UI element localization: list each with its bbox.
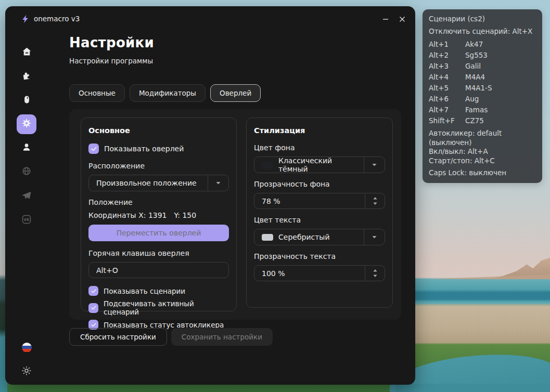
scenario-row: Alt+5 M4A1-S xyxy=(429,83,536,94)
chevron-down-icon[interactable] xyxy=(208,175,228,191)
sidebar-item-language[interactable] xyxy=(17,162,36,182)
location-label: Положение xyxy=(88,198,229,206)
overlay-settings-panel: Основное Показывать оверлей Расположение… xyxy=(69,109,401,320)
bg-opacity-label: Прозрачность фона xyxy=(254,180,385,188)
bg-opacity-spinner[interactable]: 78 % xyxy=(254,193,385,209)
position-select-value: Произвольное положение xyxy=(89,179,208,187)
theme-toggle-button[interactable] xyxy=(17,362,36,382)
bg-opacity-value: 78 % xyxy=(254,197,365,205)
minimize-button[interactable] xyxy=(380,14,391,25)
bg-color-value: Классический тёмный xyxy=(278,156,364,173)
text-color-value: Серебристый xyxy=(278,233,330,241)
checkbox-checked-icon[interactable] xyxy=(88,143,99,154)
text-color-select[interactable]: Серебристый xyxy=(254,229,385,245)
sidebar-item-telegram[interactable] xyxy=(17,187,36,206)
text-opacity-label: Прозрачность текста xyxy=(254,252,385,260)
save-settings-button[interactable]: Сохранить настройки xyxy=(171,328,273,346)
highlight-active-checkbox-row[interactable]: Подсвечивать активный сценарий xyxy=(88,299,229,316)
game-overlay-panel: Сценарии (cs2) Отключить сценарий: Alt+X… xyxy=(423,9,542,183)
sidebar-item-settings[interactable] xyxy=(17,114,36,134)
tab-modifiers[interactable]: Модификаторы xyxy=(130,84,206,102)
chevron-down-icon[interactable] xyxy=(364,229,385,245)
styling-card-title: Стилизация xyxy=(254,126,385,135)
spinner-down-icon[interactable] xyxy=(373,202,377,205)
scenario-name: M4A4 xyxy=(465,72,485,83)
reset-settings-button[interactable]: Сбросить настройки xyxy=(69,328,167,346)
close-button[interactable] xyxy=(396,14,408,25)
telegram-icon xyxy=(21,190,32,203)
svg-text:VK: VK xyxy=(24,217,30,222)
spinner-down-icon[interactable] xyxy=(373,275,377,277)
scenario-row: Alt+4 M4A4 xyxy=(429,72,536,83)
sun-icon xyxy=(21,365,32,378)
capslock-line: Caps Lock: выключен xyxy=(429,168,536,177)
scenario-row: Alt+3 Galil xyxy=(429,61,536,72)
sidebar-item-macros[interactable] xyxy=(17,67,36,86)
wallpaper-water-edge xyxy=(395,384,550,392)
autoclicker-status-block: Автокликер: default (выключен) Вкл/выкл:… xyxy=(429,129,536,165)
scenario-key: Alt+4 xyxy=(429,72,465,83)
show-scenarios-checkbox-row[interactable]: Показывать сценарии xyxy=(88,286,229,296)
settings-tabs: Основные Модификаторы Оверлей xyxy=(69,84,261,102)
scenario-row: Shift+F CZ75 xyxy=(429,115,536,126)
general-card-title: Основное xyxy=(88,126,229,135)
globe-icon xyxy=(21,166,32,178)
tab-general[interactable]: Основные xyxy=(69,84,125,102)
coordinates-x: Координаты X: 1391 xyxy=(88,211,167,219)
scenario-row: Alt+6 Aug xyxy=(429,94,536,104)
russian-flag-icon xyxy=(22,343,32,352)
scenario-name: Ak47 xyxy=(465,39,483,50)
tab-overlay[interactable]: Оверлей xyxy=(210,84,261,102)
text-opacity-spinner[interactable]: 100 % xyxy=(254,265,385,281)
text-color-label: Цвет текста xyxy=(254,216,385,224)
hotkey-input[interactable] xyxy=(88,262,229,278)
bg-color-select[interactable]: Классический тёмный xyxy=(254,156,385,173)
startstop-line: Старт/стоп: Alt+C xyxy=(429,156,536,166)
user-icon xyxy=(21,142,32,154)
scenario-name: CZ75 xyxy=(465,115,484,126)
scenario-name: Famas xyxy=(465,104,488,115)
sidebar-item-home[interactable] xyxy=(17,43,36,62)
show-overlay-label: Показывать оверлей xyxy=(104,145,184,153)
spinner-up-icon[interactable] xyxy=(373,197,377,200)
mouse-icon xyxy=(22,95,32,107)
scenario-key: Alt+5 xyxy=(429,83,465,94)
sidebar-item-mouse[interactable] xyxy=(17,90,36,110)
scenario-key: Alt+1 xyxy=(429,39,465,50)
toggle-line: Вкл/выкл: Alt+A xyxy=(429,147,536,156)
overlay-options: Показывать сценарии Подсвечивать активны… xyxy=(88,286,229,330)
show-overlay-checkbox-row[interactable]: Показывать оверлей xyxy=(88,143,229,154)
move-overlay-button[interactable]: Переместить оверлей xyxy=(88,225,229,241)
titlebar[interactable]: onemacro v3 xyxy=(5,6,415,31)
coordinates-readout: Координаты X: 1391Y: 150 xyxy=(88,211,229,219)
scenario-row: Alt+1 Ak47 xyxy=(429,39,536,50)
sidebar-item-profile[interactable] xyxy=(17,138,36,158)
page-subtitle: Настройки программы xyxy=(69,57,153,65)
scenario-row: Alt+2 Sg553 xyxy=(429,50,536,61)
position-select[interactable]: Произвольное положение xyxy=(88,175,229,191)
scenario-name: M4A1-S xyxy=(465,83,492,94)
general-card: Основное Показывать оверлей Расположение… xyxy=(81,117,237,311)
page-title: Настройки xyxy=(69,35,154,50)
position-label: Расположение xyxy=(88,162,229,170)
vk-icon: VK xyxy=(21,214,32,227)
scenario-key: Alt+7 xyxy=(429,104,465,115)
language-flag-button[interactable] xyxy=(17,337,36,357)
chevron-down-icon[interactable] xyxy=(364,157,385,173)
autoclicker-line: Автокликер: default (выключен) xyxy=(429,129,536,147)
scenario-key: Alt+6 xyxy=(429,94,465,104)
spinner-up-icon[interactable] xyxy=(373,269,377,272)
overlay-title: Сценарии (cs2) xyxy=(429,15,536,23)
window-title: onemacro v3 xyxy=(34,15,80,23)
app-window: onemacro v3 xyxy=(5,6,415,385)
checkbox-checked-icon[interactable] xyxy=(88,303,98,313)
sidebar-item-vk[interactable]: VK xyxy=(17,211,36,230)
hotkey-label: Горячая клавиша оверлея xyxy=(88,249,229,257)
highlight-active-label: Подсвечивать активный сценарий xyxy=(104,299,229,316)
sidebar: VK xyxy=(5,37,57,385)
checkbox-checked-icon[interactable] xyxy=(88,286,98,296)
footer-actions: Сбросить настройки Сохранить настройки xyxy=(69,328,273,346)
text-color-swatch xyxy=(262,234,273,241)
gear-icon xyxy=(21,118,32,130)
scenario-key: Shift+F xyxy=(429,115,465,126)
